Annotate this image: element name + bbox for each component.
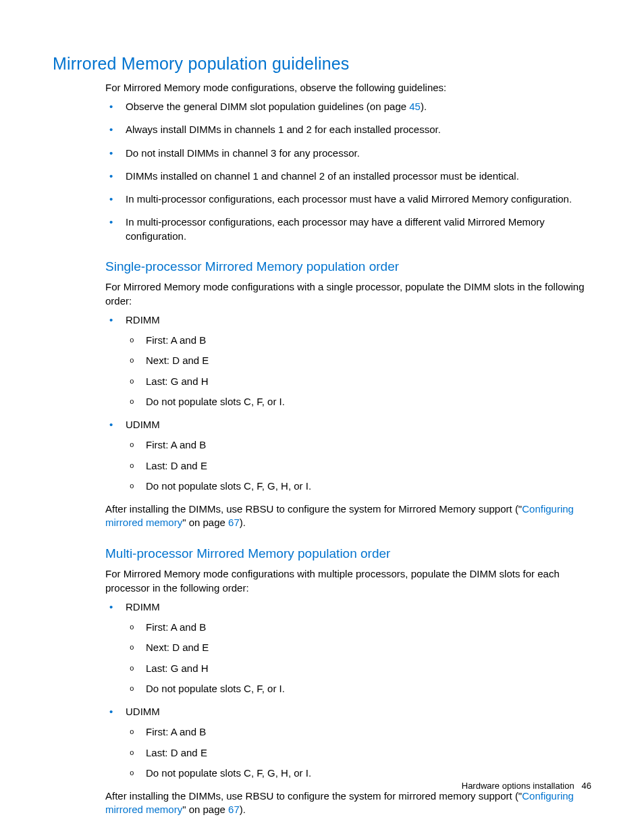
- text: " on page: [182, 517, 228, 528]
- subsection-heading: Single-processor Mirrored Memory populat…: [105, 258, 591, 276]
- text: " on page: [182, 804, 228, 815]
- after-paragraph: After installing the DIMMs, use RBSU to …: [105, 502, 591, 530]
- section-body: For Mirrored Memory mode configurations,…: [105, 81, 591, 817]
- list-item: Always install DIMMs in channels 1 and 2…: [105, 123, 591, 136]
- subsection-heading: Multi-processor Mirrored Memory populati…: [105, 545, 591, 563]
- sublist: First: A and B Next: D and E Last: G and…: [126, 621, 591, 696]
- page-link[interactable]: 67: [228, 517, 240, 528]
- list-label: UDIMM: [126, 706, 160, 717]
- page-number: 46: [582, 781, 591, 791]
- list-item: Last: D and E: [126, 459, 591, 473]
- intro-paragraph: For Mirrored Memory mode configurations …: [105, 280, 591, 308]
- list-item: Do not populate slots C, F, G, H, or I.: [126, 479, 591, 493]
- intro-paragraph: For Mirrored Memory mode configurations,…: [105, 81, 591, 95]
- list-item: First: A and B: [126, 725, 591, 739]
- text: ).: [240, 804, 246, 815]
- list-item: UDIMM First: A and B Last: D and E Do no…: [105, 418, 591, 493]
- list-text: Observe the general DIMM slot population…: [126, 101, 409, 112]
- sublist: First: A and B Next: D and E Last: G and…: [126, 334, 591, 409]
- list-item: Do not populate slots C, F, or I.: [126, 682, 591, 696]
- list-label: RDIMM: [126, 601, 160, 613]
- text: After installing the DIMMs, use RBSU to …: [105, 790, 522, 802]
- multi-proc-list: RDIMM First: A and B Next: D and E Last:…: [105, 600, 591, 780]
- guidelines-list: Observe the general DIMM slot population…: [105, 100, 591, 243]
- list-item: Do not populate slots C, F, G, H, or I.: [126, 766, 591, 780]
- text: ).: [240, 517, 246, 528]
- list-item: RDIMM First: A and B Next: D and E Last:…: [105, 600, 591, 696]
- list-text: ).: [421, 101, 427, 112]
- list-item: Do not install DIMMs in channel 3 for an…: [105, 147, 591, 160]
- footer-text: Hardware options installation: [462, 781, 574, 791]
- page-link[interactable]: 67: [228, 804, 240, 815]
- single-proc-list: RDIMM First: A and B Next: D and E Last:…: [105, 313, 591, 493]
- list-item: Last: G and H: [126, 375, 591, 388]
- list-item: First: A and B: [126, 438, 591, 452]
- list-label: UDIMM: [126, 419, 160, 430]
- list-item: In multi-processor configurations, each …: [105, 192, 591, 206]
- list-item: First: A and B: [126, 621, 591, 634]
- list-item: Next: D and E: [126, 354, 591, 367]
- list-item: First: A and B: [126, 334, 591, 347]
- page-footer: Hardware options installation 46: [462, 780, 591, 792]
- after-paragraph: After installing the DIMMs, use RBSU to …: [105, 789, 591, 817]
- list-item: In multi-processor configurations, each …: [105, 215, 591, 243]
- page: Mirrored Memory population guidelines Fo…: [0, 0, 644, 834]
- list-item: RDIMM First: A and B Next: D and E Last:…: [105, 313, 591, 409]
- section-heading: Mirrored Memory population guidelines: [53, 53, 591, 76]
- list-item: UDIMM First: A and B Last: D and E Do no…: [105, 705, 591, 780]
- text: After installing the DIMMs, use RBSU to …: [105, 503, 522, 515]
- page-link[interactable]: 45: [409, 101, 421, 112]
- list-label: RDIMM: [126, 314, 160, 325]
- list-item: DIMMs installed on channel 1 and channel…: [105, 170, 591, 183]
- list-item: Next: D and E: [126, 641, 591, 654]
- list-item: Do not populate slots C, F, or I.: [126, 395, 591, 409]
- list-item: Last: G and H: [126, 662, 591, 675]
- list-item: Observe the general DIMM slot population…: [105, 100, 591, 113]
- intro-paragraph: For Mirrored Memory mode configurations …: [105, 567, 591, 595]
- list-item: Last: D and E: [126, 746, 591, 760]
- sublist: First: A and B Last: D and E Do not popu…: [126, 725, 591, 780]
- sublist: First: A and B Last: D and E Do not popu…: [126, 438, 591, 493]
